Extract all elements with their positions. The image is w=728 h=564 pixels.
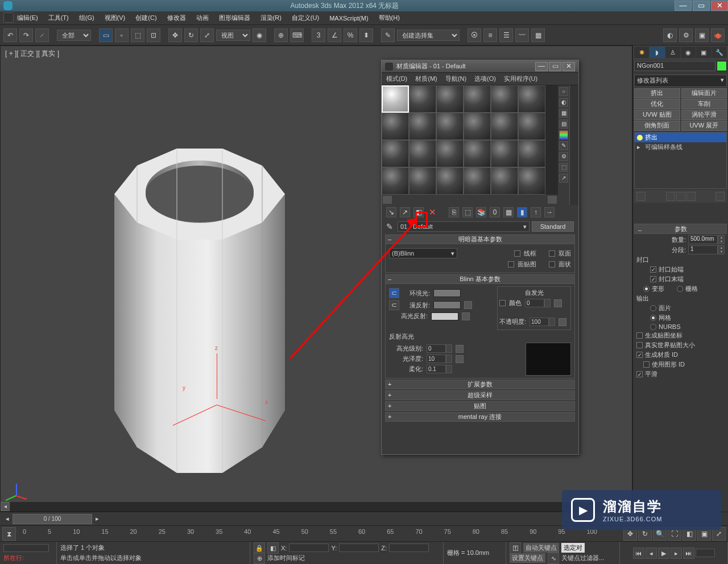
undo-button[interactable]: ↶	[3, 28, 17, 42]
genmatid-checkbox[interactable]: ✓	[636, 352, 643, 358]
specular-map-button[interactable]	[462, 312, 470, 320]
sample-uv-button[interactable]: ▤	[559, 120, 568, 129]
menu-modifier[interactable]: 修改器	[167, 14, 186, 22]
soft-spinner[interactable]	[427, 365, 446, 373]
assign-to-sel-button[interactable]: ◧	[413, 207, 424, 217]
slot-4[interactable]	[464, 85, 491, 113]
select-by-mtl-button[interactable]: ⬚	[559, 163, 568, 172]
keyfilter-button[interactable]: 关键点过滤器...	[561, 554, 604, 562]
anglesnap-button[interactable]: ∠	[328, 28, 341, 42]
morph-radio[interactable]	[643, 286, 650, 292]
pivot-button[interactable]: ◉	[253, 28, 266, 42]
z-field[interactable]	[389, 544, 429, 552]
btn-uvwunwrap[interactable]: UVW 展开	[681, 121, 727, 131]
tab-motion[interactable]: ◉	[681, 47, 696, 58]
tab-create[interactable]: ✺	[634, 47, 649, 58]
menu-maxscript[interactable]: MAXScript(M)	[329, 15, 368, 22]
menu-help[interactable]: 帮助(H)	[379, 14, 400, 22]
wire-checkbox[interactable]	[514, 250, 520, 257]
ambient-lock-icon[interactable]: ⊂	[389, 288, 399, 298]
selfillum-map-button[interactable]	[554, 299, 562, 307]
tab-display[interactable]: ▣	[696, 47, 711, 58]
gloss-spinner[interactable]	[427, 355, 446, 363]
mtl-map-nav-button[interactable]: ↗	[559, 174, 568, 183]
app-menu-icon[interactable]	[3, 13, 14, 23]
diffuse-swatch[interactable]	[433, 301, 461, 309]
make-unique-button[interactable]: ⬚	[462, 207, 473, 217]
menu-views[interactable]: 视图(V)	[105, 14, 126, 22]
next-frame-button[interactable]: ▸	[671, 547, 682, 559]
me-menu-mode[interactable]: 模式(D)	[386, 75, 407, 83]
current-frame-field[interactable]	[696, 549, 715, 557]
modifier-stack[interactable]: 挤出 ▸可编辑样条线	[634, 132, 727, 189]
manip-button[interactable]: ⊕	[274, 28, 288, 42]
show-end-button[interactable]: ▮	[517, 207, 527, 217]
menu-grapheditor[interactable]: 图形编辑器	[219, 14, 250, 22]
genmap-checkbox[interactable]	[636, 332, 643, 339]
material-editor-button[interactable]: ◐	[663, 28, 677, 42]
out-nurbs-radio[interactable]	[650, 324, 656, 330]
btn-bevelprof[interactable]: 倒角剖面	[634, 121, 680, 131]
move-button[interactable]: ✥	[168, 28, 182, 42]
slot-9[interactable]	[436, 113, 464, 140]
object-color-swatch[interactable]	[717, 61, 727, 71]
roll-mentalray[interactable]: +mental ray 连接	[385, 412, 575, 422]
slot-20[interactable]	[409, 167, 436, 195]
slot-15[interactable]	[436, 140, 464, 167]
slot-3[interactable]	[436, 85, 464, 113]
setkey-button[interactable]: 设置关键点	[510, 553, 545, 563]
me-max-button[interactable]: ▭	[549, 62, 561, 71]
link-button[interactable]: ⟋	[35, 28, 49, 42]
smooth-checkbox[interactable]: ✓	[636, 371, 643, 377]
show-end-result-button[interactable]	[666, 192, 675, 201]
speclevel-map-button[interactable]	[456, 345, 464, 353]
get-material-button[interactable]: ↘	[386, 207, 396, 217]
slot-12[interactable]	[518, 113, 545, 140]
go-sibling-button[interactable]: →	[544, 207, 555, 217]
make-copy-button[interactable]: ⎘	[449, 207, 459, 217]
y-field[interactable]	[339, 544, 379, 552]
me-vscroll[interactable]	[569, 85, 578, 205]
lock-button[interactable]: 🔒	[254, 542, 265, 554]
useshapeid-checkbox[interactable]	[643, 361, 650, 368]
diffuse-map-button[interactable]	[464, 301, 472, 309]
out-mesh-radio[interactable]	[650, 315, 656, 321]
menu-anim[interactable]: 动画	[196, 14, 209, 22]
slot-1[interactable]	[382, 85, 409, 113]
play-button[interactable]: ▶	[658, 547, 669, 559]
autokey-button[interactable]: 自动关键点	[523, 543, 559, 553]
unique-button[interactable]	[676, 192, 685, 201]
menu-render[interactable]: 渲染(R)	[260, 14, 282, 22]
redo-button[interactable]: ↷	[19, 28, 33, 42]
pin-stack-button[interactable]	[636, 192, 646, 201]
btn-editpatch[interactable]: 编辑面片	[681, 88, 727, 98]
capend-checkbox[interactable]: ✓	[650, 276, 656, 282]
addtimetag-label[interactable]: 添加时间标记	[267, 554, 305, 562]
ambient-swatch[interactable]	[433, 289, 461, 297]
tab-utilities[interactable]: 🔧	[712, 47, 727, 58]
curve-ed-button[interactable]: 〰	[515, 28, 529, 42]
prev-frame-button[interactable]: ◂	[646, 547, 657, 559]
slot-16[interactable]	[464, 140, 491, 167]
put-to-scene-button[interactable]: ↗	[400, 207, 410, 217]
scale-button[interactable]: ⤢	[200, 28, 214, 42]
me-min-button[interactable]: —	[535, 62, 548, 71]
maximize-button[interactable]: ▭	[693, 1, 710, 11]
layers-button[interactable]: ☰	[499, 28, 513, 42]
tab-modify[interactable]: ◗	[650, 47, 664, 58]
me-menu-nav[interactable]: 导航(N)	[445, 75, 466, 83]
slot-scroll-right[interactable]	[548, 196, 557, 204]
slot-13[interactable]	[382, 140, 409, 167]
shader-select[interactable]: (B)Blinn▾	[389, 248, 457, 258]
timetag-button[interactable]: ⊕	[254, 553, 265, 564]
menu-customize[interactable]: 自定义(U)	[292, 14, 319, 22]
slot-8[interactable]	[409, 113, 436, 140]
facemap-checkbox[interactable]	[508, 261, 514, 267]
out-patch-radio[interactable]	[650, 305, 656, 311]
select-name-button[interactable]: ▫	[115, 28, 129, 42]
modifier-list-dropdown[interactable]: 修改器列表▾	[634, 75, 727, 87]
kbd-button[interactable]: ⌨	[290, 28, 304, 42]
capstart-checkbox[interactable]: ✓	[650, 266, 656, 273]
reset-mtl-button[interactable]: ✕	[427, 207, 437, 217]
refcoord-select[interactable]: 视图	[216, 30, 250, 41]
